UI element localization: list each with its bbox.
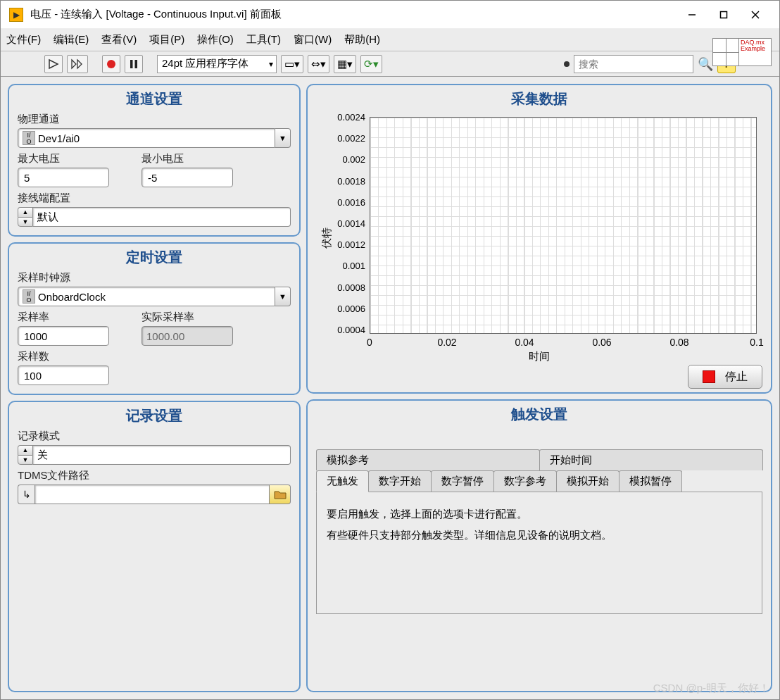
physical-channel-label: 物理通道 (18, 113, 291, 126)
front-panel-workspace: 通道设置 物理通道 I/O Dev1/ai0 ▼ 最大电压 最小电压 (1, 77, 779, 699)
acquired-data-group: 采集数据 伏特 0.00040.00060.00080.0010.00120.0… (306, 84, 772, 394)
menubar: 文件(F) 编辑(E) 查看(V) 项目(P) 操作(O) 工具(T) 窗口(W… (1, 29, 779, 51)
maximize-button[interactable] (707, 4, 739, 25)
browse-path-button[interactable] (270, 485, 291, 504)
align-objects-button[interactable]: ▭▾ (281, 55, 303, 73)
chart-ytick: 0.0016 (337, 196, 365, 207)
distribute-objects-button[interactable]: ⇔▾ (308, 55, 329, 73)
terminal-config-input[interactable]: 默认 (33, 207, 291, 227)
path-icon: ↳ (18, 485, 34, 504)
chart-xlabel: 时间 (529, 350, 550, 363)
sample-clock-dropdown[interactable]: ▼ (275, 287, 291, 306)
menu-edit[interactable]: 编辑(E) (54, 33, 89, 46)
chart-ytick: 0.0006 (337, 303, 365, 313)
actual-rate-readout: 1000.00 (141, 326, 233, 346)
tab-trigger-0[interactable]: 无触发 (316, 470, 369, 492)
sample-rate-input[interactable] (18, 326, 109, 346)
sample-clock-input[interactable]: I/O OnboardClock (18, 287, 275, 306)
stop-button[interactable]: 停止 (688, 365, 762, 389)
svg-rect-4 (130, 60, 133, 68)
chart-plot-area[interactable] (370, 117, 757, 334)
timing-settings-title: 定时设置 (18, 248, 291, 267)
menu-file[interactable]: 文件(F) (6, 33, 41, 46)
trigger-info-line1: 要启用触发，选择上面的选项卡进行配置。 (327, 504, 752, 525)
trigger-info-line2: 有些硬件只支持部分触发类型。详细信息见设备的说明文档。 (327, 525, 752, 546)
search-icon[interactable]: 🔍 (698, 56, 713, 72)
menu-window[interactable]: 窗口(W) (294, 33, 332, 46)
svg-rect-1 (720, 11, 726, 18)
physical-channel-input[interactable]: I/O Dev1/ai0 (18, 128, 275, 148)
log-mode-label: 记录模式 (18, 430, 291, 443)
trigger-settings-title: 触发设置 (316, 405, 762, 424)
io-clock-icon: I/O (23, 289, 35, 304)
reorder-button[interactable]: ⟳▾ (360, 55, 382, 73)
run-button[interactable] (44, 55, 63, 73)
acquired-data-title: 采集数据 (316, 89, 762, 108)
chart-xtick: 0.02 (437, 337, 456, 348)
chart-ylabel: 伏特 (320, 227, 334, 249)
minimize-button[interactable] (676, 4, 707, 25)
chart-ytick: 0.0012 (337, 239, 365, 250)
channel-settings-title: 通道设置 (18, 89, 291, 108)
pause-button[interactable] (125, 55, 143, 73)
tab-trigger-4[interactable]: 模拟开始 (556, 470, 619, 492)
trigger-settings-group: 触发设置 模拟参考 开始时间 无触发数字开始数字暂停数字参考模拟开始模拟暂停 要… (306, 399, 772, 692)
chart-xtick: 0.06 (592, 337, 611, 348)
tdms-path-label: TDMS文件路径 (18, 469, 291, 482)
stop-icon (703, 370, 715, 383)
logging-settings-title: 记录设置 (18, 406, 291, 425)
samples-input[interactable] (18, 365, 109, 385)
chart-ytick: 0.002 (342, 154, 365, 165)
labview-app-icon: ▶ (9, 8, 23, 22)
svg-rect-5 (135, 60, 138, 68)
window-title: 电压 - 连续输入 [Voltage - Continuous Input.vi… (30, 8, 676, 21)
tab-analog-reference[interactable]: 模拟参考 (316, 449, 540, 470)
physical-channel-dropdown[interactable]: ▼ (275, 128, 291, 148)
tab-trigger-1[interactable]: 数字开始 (368, 470, 432, 492)
samples-label: 采样数 (18, 350, 291, 363)
close-button[interactable] (739, 4, 771, 25)
csdn-watermark: CSDN @p-明天，你好！ (653, 682, 769, 695)
chart-xtick: 0.08 (669, 337, 688, 348)
menu-tools[interactable]: 工具(T) (246, 33, 281, 46)
tab-trigger-5[interactable]: 模拟暂停 (619, 470, 682, 492)
menu-help[interactable]: 帮助(H) (344, 33, 380, 46)
chart-xtick: 0.04 (515, 337, 534, 348)
titlebar: ▶ 电压 - 连续输入 [Voltage - Continuous Input.… (1, 1, 779, 29)
run-continuous-button[interactable] (67, 55, 88, 73)
chart-ytick: 0.0008 (337, 282, 365, 292)
chart-xtick: 0.1 (750, 337, 763, 348)
font-selector[interactable]: 24pt 应用程序字体 (157, 55, 277, 73)
abort-button[interactable] (102, 55, 120, 73)
trigger-tabs: 模拟参考 开始时间 无触发数字开始数字暂停数字参考模拟开始模拟暂停 要启用触发，… (316, 449, 762, 614)
chart-ytick: 0.0024 (337, 112, 365, 123)
log-mode-spinner[interactable]: ▲▼ (18, 445, 33, 465)
max-voltage-label: 最大电压 (18, 152, 123, 165)
log-mode-input[interactable]: 关 (33, 445, 291, 465)
resize-objects-button[interactable]: ▦▾ (334, 55, 356, 73)
chart-ytick: 0.0022 (337, 133, 365, 144)
io-channel-icon: I/O (23, 131, 35, 145)
menu-view[interactable]: 查看(V) (101, 33, 137, 46)
toolbar: 24pt 应用程序字体 ▭▾ ⇔▾ ▦▾ ⟳▾ 🔍 ? (1, 51, 779, 77)
search-scope-icon[interactable] (564, 61, 570, 67)
min-voltage-input[interactable] (141, 168, 233, 187)
tdms-path-input[interactable] (34, 485, 270, 504)
tab-trigger-2[interactable]: 数字暂停 (431, 470, 494, 492)
chart-ytick: 0.001 (342, 261, 365, 271)
search-input[interactable] (574, 55, 693, 73)
tab-trigger-3[interactable]: 数字参考 (493, 470, 557, 492)
waveform-chart[interactable]: 伏特 0.00040.00060.00080.0010.00120.00140.… (316, 113, 762, 363)
sample-clock-label: 采样时钟源 (18, 271, 291, 285)
terminal-config-spinner[interactable]: ▲▼ (18, 207, 33, 227)
chart-xtick: 0 (367, 337, 372, 348)
terminal-config-label: 接线端配置 (18, 192, 291, 205)
menu-project[interactable]: 项目(P) (149, 33, 184, 46)
channel-settings-group: 通道设置 物理通道 I/O Dev1/ai0 ▼ 最大电压 最小电压 (8, 84, 301, 237)
logging-settings-group: 记录设置 记录模式 ▲▼ 关 TDMS文件路径 ↳ (8, 401, 301, 692)
tab-start-time[interactable]: 开始时间 (539, 449, 763, 470)
trigger-tab-body: 要启用触发，选择上面的选项卡进行配置。 有些硬件只支持部分触发类型。详细信息见设… (316, 492, 762, 614)
max-voltage-input[interactable] (18, 168, 109, 187)
menu-operate[interactable]: 操作(O) (197, 33, 234, 46)
daqmx-example-icon: DAQ.mxExample (712, 38, 772, 66)
